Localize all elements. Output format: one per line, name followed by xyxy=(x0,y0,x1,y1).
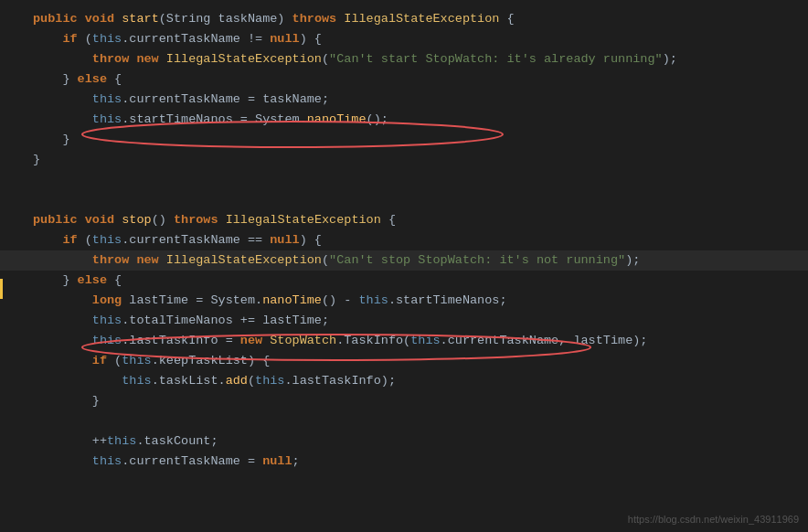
line-content: } else { xyxy=(33,271,801,291)
line-content: if (this.keepTaskList) { xyxy=(33,351,801,371)
code-line: if (this.currentTaskName == null) { xyxy=(0,230,808,250)
token xyxy=(33,374,122,388)
token: } xyxy=(33,394,100,408)
token: } xyxy=(33,72,78,86)
token: this xyxy=(122,374,151,388)
line-content: throw new IllegalStateException("Can't s… xyxy=(33,250,801,271)
token: ) { xyxy=(300,233,322,247)
token: if xyxy=(92,354,107,367)
line-content: } xyxy=(33,130,801,150)
token: IllegalStateException xyxy=(344,12,499,26)
token: ( xyxy=(78,233,92,247)
line-content: this.currentTaskName = taskName; xyxy=(33,90,801,110)
token: .keepTaskList) { xyxy=(152,354,271,367)
token: this xyxy=(107,434,136,448)
token: { xyxy=(499,12,514,26)
token: null xyxy=(262,454,292,468)
line-content: public void stop() throws IllegalStateEx… xyxy=(33,210,801,230)
token: () xyxy=(152,213,174,227)
token: long xyxy=(92,293,122,307)
token: throw xyxy=(92,52,137,66)
line-content: public void start(String taskName) throw… xyxy=(33,9,801,29)
token: this xyxy=(255,374,284,388)
token xyxy=(33,112,92,126)
token: .TaskInfo( xyxy=(336,334,410,347)
code-line: throw new IllegalStateException("Can't s… xyxy=(0,49,808,69)
token: else xyxy=(78,273,107,287)
token: public xyxy=(33,213,85,227)
token: add xyxy=(226,374,248,388)
token: ) { xyxy=(300,32,322,46)
token: this xyxy=(92,32,122,46)
token: ( xyxy=(248,374,255,388)
token: this xyxy=(92,334,122,347)
token: "Can't start StopWatch: it's already run… xyxy=(329,52,663,66)
token: } xyxy=(33,153,40,166)
token: ; xyxy=(292,454,300,468)
token: StopWatch xyxy=(270,334,336,347)
token: .lastTaskInfo = xyxy=(122,334,240,347)
token: { xyxy=(107,273,122,287)
token: null xyxy=(270,233,299,247)
token: ); xyxy=(663,52,677,66)
line-content: throw new IllegalStateException("Can't s… xyxy=(33,49,801,69)
code-line: this.startTimeNanos = System.nanoTime(); xyxy=(0,110,808,130)
token: nanoTime xyxy=(307,112,367,126)
code-line: this.totalTimeNanos += lastTime; xyxy=(0,311,808,331)
token: this xyxy=(122,354,151,367)
token: ); xyxy=(625,253,640,267)
token: throws xyxy=(174,213,226,227)
token: else xyxy=(78,72,107,86)
token: } xyxy=(33,133,70,146)
token: new xyxy=(136,52,165,66)
token xyxy=(33,354,92,367)
code-line: long lastTime = System.nanoTime() - this… xyxy=(0,291,808,311)
token: .taskCount; xyxy=(136,434,218,448)
code-line xyxy=(0,170,808,190)
token: .lastTaskInfo); xyxy=(284,374,396,388)
code-line: this.taskList.add(this.lastTaskInfo); xyxy=(0,371,808,391)
code-line: } xyxy=(0,391,808,411)
token: Exception xyxy=(255,253,322,267)
code-line: ++this.taskCount; xyxy=(0,431,808,452)
code-line: } xyxy=(0,130,808,150)
line-content: this.totalTimeNanos += lastTime; xyxy=(33,311,801,331)
token: { xyxy=(107,72,122,86)
token: this xyxy=(410,334,440,347)
line-content: } xyxy=(33,391,801,411)
token: this xyxy=(92,454,122,468)
token: IllegalStateException xyxy=(226,213,381,227)
token xyxy=(33,233,62,247)
token: this xyxy=(92,314,122,327)
token: .taskList. xyxy=(152,374,226,388)
token: .startTimeNanos = System. xyxy=(122,112,307,126)
code-line: throw new IllegalStateException("Can't s… xyxy=(0,250,808,271)
code-line: } xyxy=(0,150,808,170)
code-editor: public void start(String taskName) throw… xyxy=(0,0,808,481)
token xyxy=(33,92,92,106)
token: stop xyxy=(122,213,151,227)
token xyxy=(33,293,92,307)
code-line: public void start(String taskName) throw… xyxy=(0,9,808,29)
code-line xyxy=(0,411,808,431)
token: } xyxy=(33,273,78,287)
token: void xyxy=(85,12,122,26)
token: IllegalStateException xyxy=(166,52,322,66)
token: IllegalState xyxy=(166,253,255,267)
token: .currentTaskName = xyxy=(122,454,262,468)
watermark: https://blog.csdn.net/weixin_43911969 xyxy=(628,514,799,525)
token: throws xyxy=(292,12,345,26)
line-content: ++this.taskCount; xyxy=(33,431,801,452)
token: .currentTaskName != xyxy=(122,32,270,46)
code-line: this.lastTaskInfo = new StopWatch.TaskIn… xyxy=(0,331,808,351)
token: null xyxy=(270,32,299,46)
token: lastTime = System. xyxy=(122,293,262,307)
code-line: } else { xyxy=(0,69,808,90)
token: nanoTime xyxy=(262,293,322,307)
token: void xyxy=(85,213,122,227)
token: this xyxy=(92,112,122,126)
token: throw xyxy=(92,253,137,267)
code-line: this.currentTaskName = taskName; xyxy=(0,90,808,110)
token: this xyxy=(92,233,122,247)
token: ++ xyxy=(33,434,107,448)
